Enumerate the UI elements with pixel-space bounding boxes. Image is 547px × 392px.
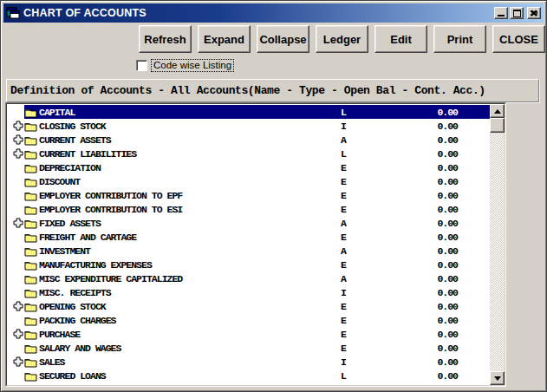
minimize-button[interactable] — [494, 7, 508, 19]
accounts-listbox: CAPITAL L 0.00 CLOSING STOCK I 0.00 — [5, 102, 506, 387]
code-wise-listing-checkbox[interactable] — [136, 60, 147, 71]
tree-indent — [7, 162, 24, 173]
account-balance: 0.00 — [401, 188, 458, 203]
account-row[interactable]: MISC EXPENDITURE CAPITALIZED A 0.00 — [7, 271, 490, 285]
account-row[interactable]: OPENING STOCK E 0.00 — [7, 299, 490, 313]
tree-indent — [7, 190, 24, 200]
expand-button[interactable]: Expand — [198, 25, 251, 53]
account-name: OPENING STOCK — [39, 300, 106, 312]
account-row[interactable]: CLOSING STOCK I 0.00 — [7, 119, 490, 133]
account-balance: 0.00 — [401, 230, 458, 245]
folder-icon — [24, 162, 37, 173]
titlebar-controls — [494, 7, 541, 19]
close-dialog-button[interactable]: CLOSE — [492, 25, 545, 53]
scroll-thumb[interactable] — [490, 118, 505, 133]
maximize-icon — [513, 10, 521, 17]
code-wise-listing-option[interactable]: Code wise Listing — [136, 58, 234, 72]
app-icon — [6, 6, 20, 20]
account-row[interactable]: CURRENT LIABILITIES L 0.00 — [7, 147, 490, 160]
account-row[interactable]: DEPRECIATION E 0.00 — [7, 160, 490, 174]
account-type: E — [341, 258, 346, 272]
account-balance: 0.00 — [401, 369, 458, 383]
refresh-button[interactable]: Refresh — [139, 25, 192, 53]
print-button[interactable]: Print — [433, 25, 486, 53]
folder-icon — [24, 121, 37, 132]
expand-plus-icon[interactable] — [13, 134, 23, 145]
tree-indent — [7, 148, 24, 159]
folder-icon — [24, 232, 37, 243]
scroll-up-button[interactable] — [490, 104, 505, 118]
scroll-up-icon — [494, 109, 501, 114]
titlebar[interactable]: CHART OF ACCOUNTS — [3, 3, 544, 23]
account-row[interactable]: INVESTMENT A 0.00 — [7, 244, 490, 258]
close-button[interactable] — [527, 7, 541, 19]
chart-of-accounts-window: CHART OF ACCOUNTS Refresh Expand Collaps… — [0, 0, 547, 392]
maximize-button[interactable] — [510, 7, 524, 19]
vertical-scrollbar[interactable] — [490, 104, 505, 385]
accounts-listbox-inner: CAPITAL L 0.00 CLOSING STOCK I 0.00 — [6, 103, 505, 386]
account-type: L — [341, 369, 346, 383]
tree-indent — [7, 287, 24, 297]
close-icon — [531, 10, 537, 16]
scroll-down-icon — [494, 376, 501, 381]
account-type: L — [341, 105, 346, 120]
tree-indent — [7, 329, 24, 339]
account-type: I — [341, 119, 346, 134]
account-type: E — [341, 188, 346, 203]
expand-plus-icon[interactable] — [13, 121, 23, 131]
account-name: SALES — [39, 356, 65, 368]
expand-plus-icon[interactable] — [13, 301, 23, 311]
account-name: MANUFACTURING EXPENSES — [39, 258, 152, 271]
account-name: DEPRECIATION — [39, 161, 101, 173]
folder-icon — [24, 107, 37, 118]
folder-icon — [24, 148, 37, 160]
account-balance: 0.00 — [401, 147, 458, 161]
account-row[interactable]: CURRENT ASSETS A 0.00 — [7, 133, 490, 147]
account-row[interactable]: MISC. RECEIPTS I 0.00 — [7, 285, 490, 299]
account-row[interactable]: EMPLOYER CONTRIBUTION TO EPF E 0.00 — [7, 188, 490, 202]
account-name: CAPITAL — [39, 106, 75, 118]
folder-icon — [24, 176, 37, 187]
scroll-down-button[interactable] — [490, 371, 505, 385]
account-row[interactable]: CAPITAL L 0.00 — [7, 105, 490, 119]
account-row[interactable]: FIXED ASSETS A 0.00 — [7, 216, 490, 230]
edit-button[interactable]: Edit — [374, 25, 427, 53]
tree-indent — [7, 245, 24, 256]
account-type: I — [341, 355, 346, 369]
account-name: SECURED LOANS — [39, 369, 106, 382]
account-balance: 0.00 — [401, 160, 458, 175]
expand-plus-icon[interactable] — [13, 329, 23, 339]
account-row[interactable]: EMPLOYER CONTRIBUTION TO ESI E 0.00 — [7, 202, 490, 216]
expand-plus-icon[interactable] — [13, 356, 23, 367]
tree-indent — [7, 370, 24, 381]
folder-icon — [24, 190, 37, 201]
ledger-button[interactable]: Ledger — [316, 25, 368, 53]
folder-icon — [24, 204, 37, 215]
account-row[interactable]: MANUFACTURING EXPENSES E 0.00 — [7, 258, 490, 271]
account-row[interactable]: SECURED LOANS L 0.00 — [7, 369, 490, 382]
account-row[interactable]: SALARY AND WAGES E 0.00 — [7, 341, 490, 355]
account-row[interactable]: SALES I 0.00 — [7, 355, 490, 369]
account-balance: 0.00 — [401, 299, 458, 314]
account-balance: 0.00 — [401, 202, 458, 217]
expand-plus-icon[interactable] — [13, 218, 23, 228]
tree-indent — [7, 356, 24, 367]
account-row[interactable]: DISCOUNT E 0.00 — [7, 174, 490, 188]
account-balance: 0.00 — [401, 271, 458, 286]
account-name: EMPLOYER CONTRIBUTION TO ESI — [39, 203, 182, 215]
account-balance: 0.00 — [401, 216, 458, 231]
account-name: PURCHASE — [39, 328, 80, 340]
account-row[interactable]: FREIGHT AND CARTAGE E 0.00 — [7, 230, 490, 244]
folder-icon — [24, 315, 37, 326]
account-balance: 0.00 — [401, 327, 458, 342]
tree-indent — [7, 315, 24, 325]
account-row[interactable]: PURCHASE E 0.00 — [7, 327, 490, 341]
tree-indent — [7, 176, 24, 186]
account-balance: 0.00 — [401, 285, 458, 300]
collapse-button[interactable]: Collapse — [257, 25, 309, 53]
account-name: FREIGHT AND CARTAGE — [39, 231, 136, 243]
account-row[interactable]: PACKING CHARGES E 0.00 — [7, 313, 490, 327]
account-balance: 0.00 — [401, 119, 458, 134]
account-name: SALARY AND WAGES — [39, 342, 120, 354]
expand-plus-icon[interactable] — [13, 148, 23, 159]
